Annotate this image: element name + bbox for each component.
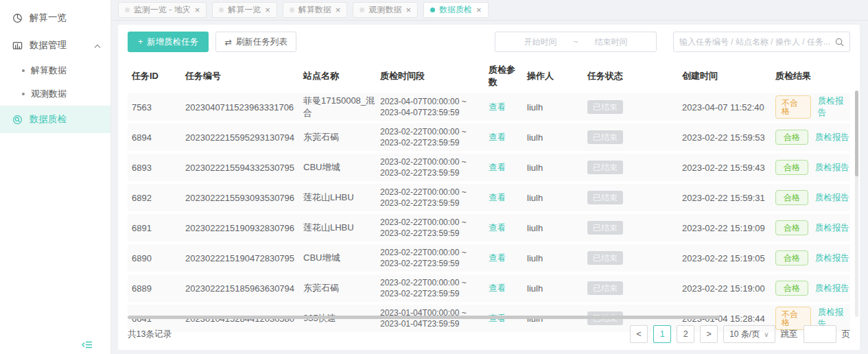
cell-task-status: 已结束 <box>583 251 678 265</box>
tab-close-icon[interactable]: × <box>406 5 411 14</box>
cell-operator: liulh <box>523 163 583 173</box>
tab-dot-icon <box>290 8 294 12</box>
cell-task-number: 2023022215190472830795 <box>181 253 299 263</box>
cell-task-status: 已结束 <box>583 130 678 144</box>
table-horizontal-scrollbar[interactable] <box>128 316 850 319</box>
cell-site-name: 莲花山LHBU <box>299 191 376 204</box>
report-link[interactable]: 质检报告 <box>815 283 849 294</box>
table-row: 7563 2023040711523963331706 菲曼17150008_混… <box>128 93 850 121</box>
sidebar-item-data-management[interactable]: 数据管理 <box>0 32 110 59</box>
tab-close-icon[interactable]: × <box>265 5 270 14</box>
end-time-input[interactable] <box>581 37 642 47</box>
report-link[interactable]: 质检报告 <box>815 222 849 234</box>
add-task-button[interactable]: + 新增质检任务 <box>128 32 209 52</box>
refresh-icon: ⇄ <box>224 37 231 47</box>
table-vertical-scrollbar[interactable] <box>855 91 858 317</box>
cell-task-status: 已结束 <box>583 191 678 204</box>
table-row: 6892 2023022215593093530796 莲花山LHBU 2023… <box>128 184 850 211</box>
result-badge: 合格 <box>775 160 808 175</box>
cell-task-status: 已结束 <box>583 100 678 114</box>
cell-task-id: 6893 <box>128 163 181 173</box>
view-params-link[interactable]: 查看 <box>489 102 506 112</box>
tab-label: 数据质检 <box>439 4 472 16</box>
report-link[interactable]: 质检报告 <box>815 162 849 174</box>
cell-task-status: 已结束 <box>583 161 678 174</box>
view-params-link[interactable]: 查看 <box>489 193 506 202</box>
column-header: 创建时间 <box>678 70 771 82</box>
report-link[interactable]: 质检报告 <box>815 192 849 204</box>
status-badge: 已结束 <box>587 130 623 144</box>
cell-operator: liulh <box>523 223 583 233</box>
table-row: 6890 2023022215190472830795 CBU增城 2023-0… <box>128 244 850 272</box>
column-header: 质检结果 <box>771 70 850 82</box>
cell-check-period: 2023-02-22T00:00:00 ~ 2023-02-22T23:59:5… <box>376 247 484 269</box>
report-link[interactable]: 质检报告 <box>818 95 850 119</box>
search-icon[interactable] <box>835 38 844 47</box>
range-separator: ~ <box>573 37 578 47</box>
cell-check-result: 合格 质检报告 <box>771 281 850 296</box>
sidebar-subitem-label: 观测数据 <box>31 88 67 100</box>
sidebar-item-label: 解算一览 <box>30 12 67 24</box>
date-range-picker[interactable]: ~ <box>495 32 657 52</box>
sidebar-item-solve-data[interactable]: 解算数据 <box>0 59 110 82</box>
view-params-link[interactable]: 查看 <box>489 163 506 172</box>
result-badge: 合格 <box>775 190 808 205</box>
next-page-button[interactable]: > <box>700 325 718 343</box>
sidebar-item-observe-data[interactable]: 观测数据 <box>0 82 110 106</box>
tab-close-icon[interactable]: × <box>336 5 341 14</box>
view-params-link[interactable]: 查看 <box>489 132 506 142</box>
view-params-link[interactable]: 查看 <box>489 223 506 233</box>
search-input[interactable] <box>679 37 835 47</box>
prev-page-button[interactable]: < <box>630 325 648 343</box>
table-row: 6889 2023022215185963630794 东莞石碣 2023-02… <box>128 274 850 302</box>
collapse-sidebar-icon[interactable] <box>82 340 93 351</box>
scrollbar-thumb[interactable] <box>128 316 720 319</box>
cell-check-result: 合格 质检报告 <box>771 250 850 266</box>
jump-label: 跳至 <box>781 329 798 340</box>
tab-label: 观测数据 <box>368 4 401 16</box>
tab[interactable]: 解算一览 × <box>212 2 277 18</box>
tab[interactable]: 解算数据 × <box>283 2 348 18</box>
cell-check-period: 2023-02-22T00:00:00 ~ 2023-02-22T23:59:5… <box>376 277 484 299</box>
pagination: < 12 > 10 条/页 ∨ 跳至 页 <box>630 325 850 343</box>
result-badge: 合格 <box>775 130 808 145</box>
tab-close-icon[interactable]: × <box>195 5 200 14</box>
page-size-select[interactable]: 10 条/页 ∨ <box>723 325 775 343</box>
cell-check-period: 2023-02-22T00:00:00 ~ 2023-02-22T23:59:5… <box>376 187 484 209</box>
report-link[interactable]: 质检报告 <box>815 132 849 143</box>
cell-operator: liulh <box>523 193 583 203</box>
sidebar-item-data-quality-check[interactable]: 数据质检 <box>0 106 110 133</box>
tab[interactable]: 观测数据 × <box>353 2 418 18</box>
tab[interactable]: 监测一览 - 地灾 × <box>118 2 207 18</box>
cell-check-period: 2023-02-22T00:00:00 ~ 2023-02-22T23:59:5… <box>376 217 484 239</box>
search-box[interactable] <box>673 32 850 52</box>
sidebar-item-solve-overview[interactable]: 解算一览 <box>0 4 110 32</box>
page-button-1[interactable]: 1 <box>653 325 671 343</box>
table-footer: 共13条记录 < 12 > 10 条/页 ∨ 跳至 页 <box>128 321 850 346</box>
page-button-2[interactable]: 2 <box>677 325 694 343</box>
view-params-link[interactable]: 查看 <box>489 283 506 293</box>
column-header: 站点名称 <box>299 70 376 82</box>
chevron-up-icon[interactable] <box>94 40 101 51</box>
jump-page-input[interactable] <box>804 325 836 343</box>
quality-check-icon <box>12 115 23 125</box>
scrollbar-thumb[interactable] <box>855 91 858 176</box>
refresh-task-list-button[interactable]: ⇄ 刷新任务列表 <box>215 32 296 52</box>
sidebar-item-label: 数据管理 <box>30 39 67 51</box>
view-params-link[interactable]: 查看 <box>489 253 506 263</box>
cell-created-time: 2023-02-22 15:59:43 <box>678 163 771 173</box>
cell-check-result: 合格 质检报告 <box>771 130 850 145</box>
bullet-icon <box>22 93 25 95</box>
result-badge: 合格 <box>775 250 808 266</box>
tab[interactable]: 数据质检 × <box>423 2 489 18</box>
cell-task-number: 2023022215593093530796 <box>181 193 299 203</box>
main-area: 监测一览 - 地灾 × 解算一览 × 解算数据 × 观测数据 × 数据质检 × … <box>111 0 868 354</box>
status-badge: 已结束 <box>587 281 623 295</box>
cell-check-result: 不合格 质检报告 <box>771 95 850 119</box>
tab-close-icon[interactable]: × <box>476 5 482 14</box>
tab-dot-icon <box>125 8 130 12</box>
report-link[interactable]: 质检报告 <box>815 252 849 264</box>
cell-site-name: CBU增城 <box>299 161 376 174</box>
cell-task-status: 已结束 <box>583 281 678 295</box>
start-time-input[interactable] <box>510 37 570 47</box>
